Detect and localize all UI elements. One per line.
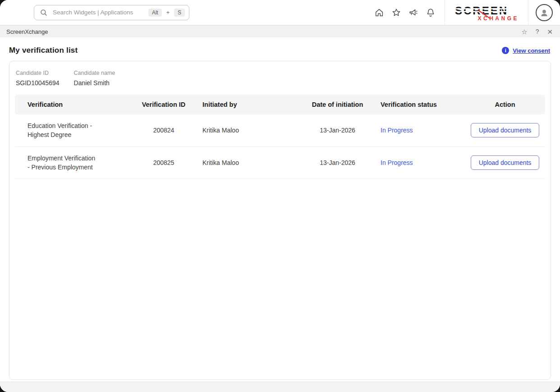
favorites-button[interactable] [388,4,405,21]
search-icon [40,9,48,17]
info-icon: i [502,47,509,54]
column-header-verification: Verification [28,101,125,108]
favorite-widget-button[interactable]: ☆ [521,28,527,35]
widget-title: ScreenXchange [6,28,48,35]
content-area: My verification list i View consent Cand… [0,37,560,382]
announcements-button[interactable] [405,4,422,21]
upload-documents-button[interactable]: Upload documents [471,123,540,137]
global-search[interactable]: Alt + S [34,5,189,20]
candidate-id-label: Candidate ID [16,70,60,76]
user-icon [539,7,549,18]
verification-id: 200824 [125,126,202,135]
app-window: Alt + S [0,0,560,392]
top-bar: Alt + S [0,0,560,25]
logo-primary-text: SCREEN [455,5,508,17]
upload-documents-button[interactable]: Upload documents [471,155,540,170]
page-title: My verification list [9,46,78,55]
verification-id: 200825 [125,158,202,167]
view-consent-link[interactable]: i View consent [502,47,550,54]
divider [528,0,528,25]
bell-icon [426,8,436,18]
column-header-status: Verification status [381,101,465,108]
candidate-id-field: Candidate ID SGID10045694 [16,70,60,87]
table-header-row: Verification Verification ID Initiated b… [15,95,545,114]
view-consent-label: View consent [513,47,550,54]
logo-secondary-text: XCHANGE [477,15,519,22]
candidate-name-field: Candidate name Daniel Smith [74,70,115,87]
home-button[interactable] [371,4,388,21]
megaphone-icon [409,8,418,18]
shortcut-plus: + [166,9,170,16]
brand-logo[interactable]: SCREEN XCHANGE [450,3,523,22]
verification-name: Employment Verification - Previous Emplo… [28,154,99,172]
shortcut-key-s: S [174,9,185,17]
top-actions: SCREEN XCHANGE [371,0,560,25]
column-header-date: Date of initiation [294,101,381,108]
table-row: Employment Verification - Previous Emplo… [15,147,545,179]
verification-card: Candidate ID SGID10045694 Candidate name… [9,61,551,380]
notifications-button[interactable] [422,4,439,21]
verification-name: Education Verification - Highest Degree [28,121,99,140]
date-of-initiation: 13-Jan-2026 [294,158,381,167]
initiated-by: Kritika Maloo [202,126,294,135]
page-header: My verification list i View consent [9,37,551,61]
shortcut-key-alt: Alt [148,9,162,17]
avatar-button[interactable] [536,4,553,21]
close-widget-button[interactable]: ✕ [547,28,553,35]
candidate-info: Candidate ID SGID10045694 Candidate name… [15,68,545,95]
widget-actions: ☆ ? ✕ [521,28,553,35]
candidate-name-label: Candidate name [74,70,115,76]
column-header-verification-id: Verification ID [125,101,202,108]
star-icon [391,8,401,18]
bottom-strip [0,382,560,392]
home-icon [374,8,384,18]
table-row: Education Verification - Highest Degree … [15,114,545,147]
status-badge: In Progress [381,126,465,135]
column-header-initiated-by: Initiated by [202,101,294,108]
date-of-initiation: 13-Jan-2026 [294,126,381,135]
initiated-by: Kritika Maloo [202,158,294,167]
status-badge: In Progress [381,158,465,167]
candidate-name-value: Daniel Smith [74,79,115,87]
help-button[interactable]: ? [536,28,539,35]
widget-titlebar: ScreenXchange ☆ ? ✕ [0,25,560,37]
candidate-id-value: SGID10045694 [16,79,60,87]
search-input[interactable] [52,9,144,16]
column-header-action: Action [465,101,545,108]
divider [445,0,445,25]
